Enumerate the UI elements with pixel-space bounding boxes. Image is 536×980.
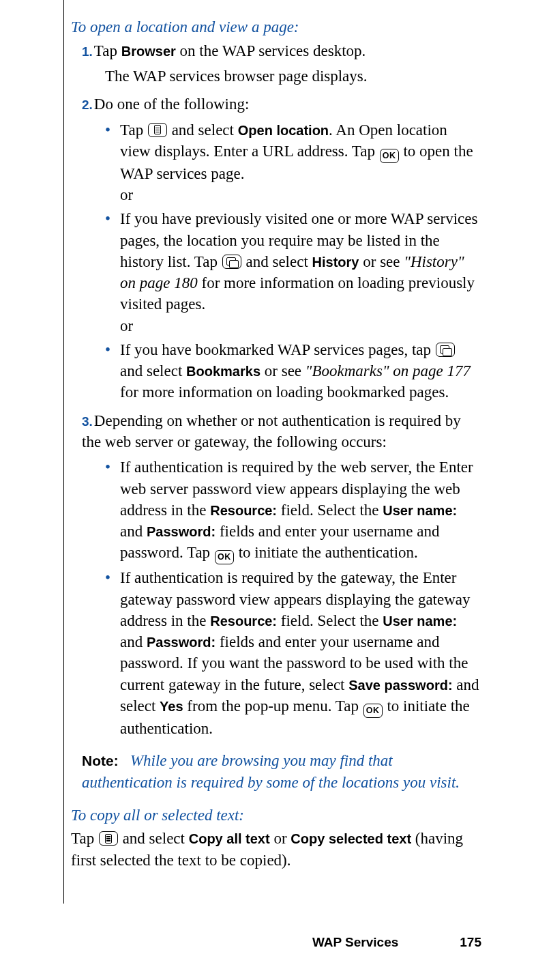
b3-m2: or see: [260, 362, 306, 379]
step-1-number: 1.: [82, 44, 93, 59]
bookmarks-ref: "Bookmarks" on page 177: [306, 362, 471, 379]
resource-label-2: Resource:: [210, 614, 277, 629]
resource-label-1: Resource:: [210, 503, 277, 518]
step-3: 3.Depending on whether or not authentica…: [82, 410, 481, 739]
username-label-2: User name:: [383, 614, 457, 629]
ok-icon: [380, 149, 399, 163]
step-1-text: Tap Browser on the WAP services desktop.: [94, 42, 366, 59]
yes-label: Yes: [160, 699, 183, 714]
b1-m1: and select: [168, 121, 238, 139]
page-footer: WAP Services175: [312, 935, 481, 950]
copy-selected-text-label: Copy selected text: [291, 831, 411, 846]
numbered-steps: 1.Tap Browser on the WAP services deskto…: [71, 40, 481, 739]
ok-icon-2: [215, 550, 234, 564]
step-1-pre: Tap: [94, 42, 121, 59]
copy-all-text-label: Copy all text: [189, 831, 270, 846]
step-2-number: 2.: [82, 98, 93, 112]
left-rule: [63, 0, 64, 904]
b2-m2: or see: [359, 253, 404, 270]
username-label-1: User name:: [383, 503, 457, 518]
windows-icon: [222, 255, 241, 269]
note-body: While you are browsing you may find that…: [82, 752, 460, 791]
password-label-1: Password:: [147, 524, 215, 539]
step-3-number: 3.: [82, 414, 93, 429]
or-2: or: [120, 315, 481, 336]
bullet-web-server-auth: If authentication is required by the web…: [105, 457, 481, 564]
windows-icon-2: [436, 343, 455, 357]
chapter-title: WAP Services: [312, 935, 398, 949]
step-2-text: Do one of the following:: [94, 96, 249, 113]
bookmarks-label: Bookmarks: [186, 364, 260, 379]
step-2: 2.Do one of the following: Tap and selec…: [82, 93, 481, 403]
menu-icon: [148, 123, 167, 137]
note: Note: While you are browsing you may fin…: [82, 750, 481, 793]
copy-paragraph: Tap and select Copy all text or Copy sel…: [71, 828, 481, 871]
section-heading-copy: To copy all or selected text:: [71, 806, 481, 826]
step-1-followup: The WAP services browser page displays.: [105, 66, 481, 87]
gw-m1: field. Select the: [277, 612, 383, 629]
b1-pre: Tap: [120, 121, 147, 139]
password-label-2: Password:: [147, 635, 215, 650]
browser-label: Browser: [121, 44, 176, 59]
b3-pre: If you have bookmarked WAP services page…: [120, 341, 435, 358]
page: To open a location and view a page: 1.Ta…: [0, 0, 536, 980]
menu-icon-2: [99, 831, 118, 846]
b2-m1: and select: [242, 253, 312, 270]
section-copy-text: To copy all or selected text: Tap and se…: [71, 806, 481, 871]
section-heading-open-location: To open a location and view a page:: [71, 18, 481, 38]
ws-m2: and: [120, 523, 147, 540]
gw-m2: and: [120, 633, 147, 650]
open-location-label: Open location: [238, 123, 329, 138]
note-label: Note:: [82, 753, 119, 768]
step-1: 1.Tap Browser on the WAP services deskto…: [82, 40, 481, 87]
step-2-bullets: Tap and select Open location. An Open lo…: [82, 119, 481, 403]
cp-pre: Tap: [71, 830, 98, 847]
gw-m5: from the pop-up menu. Tap: [183, 697, 363, 715]
cp-m2: or: [270, 830, 291, 847]
step-3-bullets: If authentication is required by the web…: [82, 457, 481, 739]
or-1: or: [120, 184, 481, 205]
ws-post: to initiate the authentication.: [235, 544, 418, 561]
page-number: 175: [460, 935, 481, 950]
b3-post: for more information on loading bookmark…: [120, 384, 449, 401]
bullet-gateway-auth: If authentication is required by the gat…: [105, 567, 481, 739]
bullet-open-location: Tap and select Open location. An Open lo…: [105, 119, 481, 206]
save-password-label: Save password:: [348, 678, 452, 693]
ok-icon-3: [363, 704, 383, 718]
step-1-post: on the WAP services desktop.: [176, 42, 366, 59]
step-3-text: Depending on whether or not authenticati…: [82, 412, 461, 450]
cp-m1: and select: [119, 830, 189, 847]
b3-m1: and select: [120, 362, 186, 379]
bullet-history: If you have previously visited one or mo…: [105, 208, 481, 336]
ws-m1: field. Select the: [277, 502, 383, 519]
bullet-bookmarks: If you have bookmarked WAP services page…: [105, 339, 481, 403]
history-label: History: [312, 255, 359, 270]
